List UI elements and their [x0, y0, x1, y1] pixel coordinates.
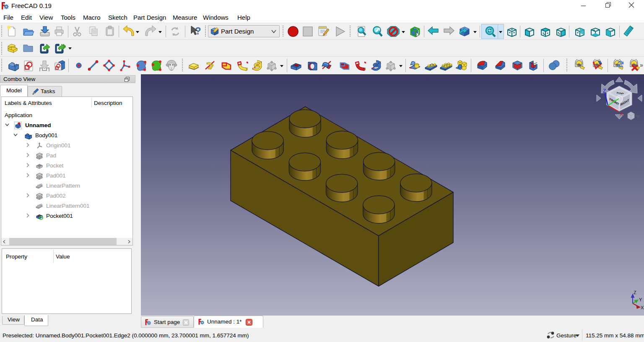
svg-text:X: X	[641, 305, 644, 310]
svg-text:Y: Y	[639, 297, 642, 302]
svg-text:Z: Z	[634, 290, 636, 295]
svg-text:Z: Z	[603, 88, 606, 94]
svg-text:X: X	[620, 111, 623, 117]
